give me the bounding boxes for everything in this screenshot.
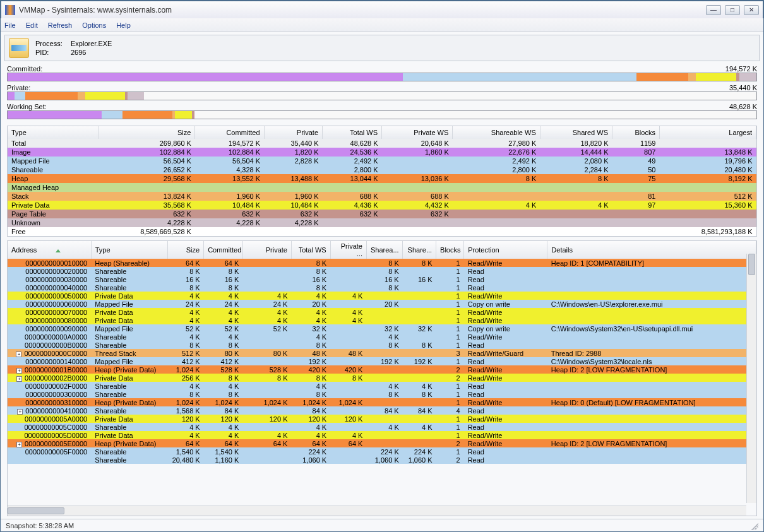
- table-row[interactable]: 00000000000B0000Shareable8 K8 K8 K8 K8 K…: [8, 341, 756, 349]
- bar-segment: [8, 73, 403, 81]
- column-header[interactable]: Sharea...: [366, 241, 402, 259]
- summary-row[interactable]: Shareable26,652 K4,328 K2,800 K2,800 K2,…: [8, 165, 756, 174]
- table-row[interactable]: +00000000005E0000Heap (Private Data)64 K…: [8, 439, 756, 447]
- menu-file[interactable]: File: [4, 21, 16, 29]
- column-header[interactable]: Shared WS: [540, 126, 612, 139]
- menu-options[interactable]: Options: [82, 21, 106, 29]
- vertical-scrollbar[interactable]: [746, 254, 756, 503]
- column-header[interactable]: Type: [91, 241, 167, 259]
- maximize-button[interactable]: □: [725, 5, 740, 15]
- column-header[interactable]: Blocks: [436, 241, 464, 259]
- bar-segment: [739, 73, 756, 81]
- menu-edit[interactable]: Edit: [26, 21, 38, 29]
- table-row[interactable]: 00000000005C0000Shareable4 K4 K4 K4 K4 K…: [8, 423, 756, 431]
- table-row[interactable]: 0000000000010000Heap (Shareable)64 K64 K…: [8, 259, 756, 267]
- bar-segment: [175, 111, 192, 119]
- scrollbar-thumb[interactable]: [8, 507, 64, 514]
- bar-segment: [112, 111, 122, 119]
- process-name: Explorer.EXE: [71, 40, 112, 47]
- minimize-button[interactable]: —: [706, 5, 721, 15]
- table-row[interactable]: 00000000005A0000Private Data120 K120 K12…: [8, 415, 756, 423]
- expand-icon[interactable]: +: [16, 442, 22, 447]
- table-row[interactable]: +00000000002B0000Private Data256 K8 K8 K…: [8, 374, 756, 382]
- process-panel: Process: Explorer.EXE PID: 2696: [4, 35, 760, 61]
- table-row[interactable]: +00000000000C0000Thread Stack512 K80 K80…: [8, 349, 756, 357]
- column-header[interactable]: Private WS: [382, 126, 453, 139]
- bar-segment: [403, 73, 620, 81]
- column-header[interactable]: Details: [547, 241, 756, 259]
- snapshot-time: Snapshot: 5:38:28 AM: [6, 522, 74, 529]
- summary-row[interactable]: Free8,589,669,528 K8,581,293,188 K: [8, 227, 756, 236]
- process-pid-label: PID:: [35, 49, 71, 56]
- expand-icon[interactable]: +: [16, 368, 22, 374]
- table-row[interactable]: 0000000000090000Mapped File52 K52 K52 K3…: [8, 324, 756, 333]
- column-header[interactable]: Size: [98, 126, 195, 139]
- resize-grip[interactable]: [749, 521, 758, 530]
- expand-icon[interactable]: +: [16, 376, 22, 382]
- horizontal-scrollbar[interactable]: [8, 505, 746, 516]
- window-title: VMMap - Sysinternals: www.sysinternals.c…: [19, 6, 706, 15]
- bar-label: Private:: [7, 84, 30, 92]
- column-header[interactable]: Blocks: [612, 126, 660, 139]
- column-header[interactable]: Private: [242, 241, 291, 259]
- table-row[interactable]: 0000000000030000Shareable16 K16 K16 K16 …: [8, 275, 756, 283]
- column-header[interactable]: Total WS: [291, 241, 330, 259]
- column-header[interactable]: Size: [167, 241, 203, 259]
- process-icon: [9, 38, 29, 58]
- summary-row[interactable]: Private Data35,568 K10,484 K10,484 K4,43…: [8, 201, 756, 210]
- menu-help[interactable]: Help: [116, 21, 131, 29]
- table-row[interactable]: 0000000000070000Private Data4 K4 K4 K4 K…: [8, 308, 756, 316]
- memory-bar: [7, 92, 757, 100]
- table-row[interactable]: 0000000000020000Shareable8 K8 K8 K8 K1Re…: [8, 267, 756, 275]
- column-header[interactable]: Share...: [403, 241, 436, 259]
- scrollbar-thumb[interactable]: [748, 254, 755, 275]
- summary-row[interactable]: Image102,884 K102,884 K1,820 K24,536 K1,…: [8, 148, 756, 157]
- table-row[interactable]: 0000000000080000Private Data4 K4 K4 K4 K…: [8, 316, 756, 324]
- close-button[interactable]: ✕: [744, 5, 759, 15]
- table-row[interactable]: 00000000005F0000Shareable1,540 K1,540 K2…: [8, 447, 756, 456]
- table-row[interactable]: Shareable20,480 K1,160 K1,060 K1,060 K1,…: [8, 456, 756, 464]
- table-row[interactable]: 00000000002F0000Shareable4 K4 K4 K4 K4 K…: [8, 382, 756, 390]
- summary-row[interactable]: Total269,860 K194,572 K35,440 K48,628 K2…: [8, 139, 756, 148]
- table-row[interactable]: 00000000000A0000Shareable4 K4 K4 K4 K1Re…: [8, 333, 756, 341]
- bar-segment: [25, 92, 77, 100]
- table-row[interactable]: 0000000000140000Mapped File412 K412 K192…: [8, 357, 756, 365]
- bar-segment: [688, 73, 696, 81]
- table-row[interactable]: +0000000000410000Shareable1,568 K84 K84 …: [8, 406, 756, 415]
- column-header[interactable]: Address: [8, 241, 91, 259]
- memory-bar: [7, 73, 757, 81]
- table-row[interactable]: 0000000000050000Private Data4 K4 K4 K4 K…: [8, 292, 756, 300]
- expand-icon[interactable]: +: [17, 409, 23, 415]
- bar-segment: [192, 111, 194, 119]
- summary-row[interactable]: Heap29,568 K13,552 K13,488 K13,044 K13,0…: [8, 174, 756, 183]
- table-row[interactable]: 0000000000040000Shareable8 K8 K8 K8 K1Re…: [8, 283, 756, 292]
- expand-icon[interactable]: +: [16, 352, 21, 357]
- bar-segment: [128, 92, 144, 100]
- table-row[interactable]: 0000000000310000Heap (Private Data)1,024…: [8, 398, 756, 406]
- summary-row[interactable]: Mapped File56,504 K56,504 K2,828 K2,492 …: [8, 157, 756, 165]
- column-header[interactable]: Private: [264, 126, 322, 139]
- bar-value: 35,440 K: [729, 84, 757, 92]
- summary-row[interactable]: Unknown4,228 K4,228 K4,228 K: [8, 218, 756, 227]
- column-header[interactable]: Largest: [659, 126, 756, 139]
- table-row[interactable]: 0000000000060000Mapped File24 K24 K24 K2…: [8, 300, 756, 308]
- summary-row[interactable]: Stack13,824 K1,960 K1,960 K688 K688 K815…: [8, 192, 756, 201]
- summary-row[interactable]: Page Table632 K632 K632 K632 K632 K: [8, 210, 756, 218]
- column-header[interactable]: Total WS: [323, 126, 382, 139]
- column-header[interactable]: Protection: [464, 241, 547, 259]
- bar-label: Committed:: [7, 65, 42, 73]
- summary-row[interactable]: Managed Heap: [8, 183, 756, 192]
- column-header[interactable]: Committed: [195, 126, 264, 139]
- table-row[interactable]: +00000000001B0000Heap (Private Data)1,02…: [8, 365, 756, 374]
- bar-label: Working Set:: [7, 103, 47, 110]
- column-header[interactable]: Private ...: [330, 241, 366, 259]
- table-row[interactable]: 00000000005D0000Private Data4 K4 K4 K4 K…: [8, 431, 756, 439]
- bar-segment: [620, 73, 636, 81]
- menu-refresh[interactable]: Refresh: [48, 21, 73, 29]
- column-header[interactable]: Committed: [204, 241, 243, 259]
- column-header[interactable]: Type: [8, 126, 98, 139]
- summary-table[interactable]: TypeSizeCommittedPrivateTotal WSPrivate …: [7, 126, 757, 237]
- column-header[interactable]: Shareable WS: [453, 126, 540, 139]
- table-row[interactable]: 0000000000300000Shareable8 K8 K8 K8 K8 K…: [8, 390, 756, 398]
- details-table[interactable]: AddressTypeSizeCommittedPrivateTotal WSP…: [7, 240, 757, 516]
